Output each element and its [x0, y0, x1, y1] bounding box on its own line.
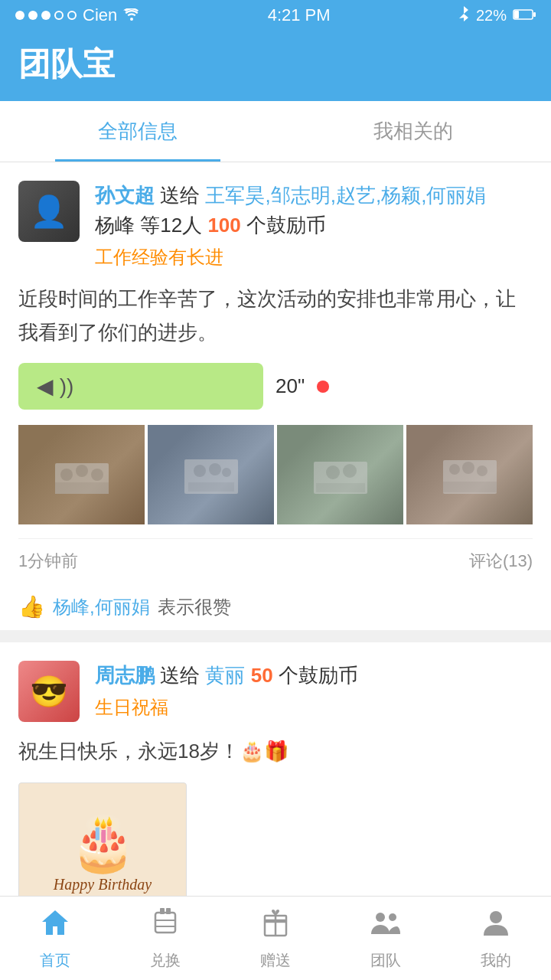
svg-rect-22 — [155, 913, 175, 933]
post-body-1: 近段时间的工作辛苦了，这次活动的安排也非常用心，让我看到了你们的进步。 — [18, 282, 533, 349]
me-icon — [480, 906, 512, 946]
svg-point-5 — [76, 465, 88, 477]
svg-rect-1 — [514, 11, 519, 18]
nav-team[interactable]: 团队 — [331, 897, 441, 980]
audio-wave-icon: ◀ )) — [37, 374, 73, 399]
photo-grid-1 — [18, 425, 533, 524]
dot4 — [54, 11, 64, 20]
status-time: 4:21 PM — [268, 5, 331, 25]
svg-point-19 — [462, 462, 474, 474]
nav-home[interactable]: 首页 — [0, 897, 110, 980]
nav-home-label: 首页 — [40, 950, 70, 971]
dot2 — [28, 11, 37, 20]
home-icon — [39, 906, 71, 946]
post-meta-1: 孙文超 送给 王军昊,邹志明,赵艺,杨颖,何丽娟 杨峰 等12人 100 个鼓励… — [95, 181, 533, 270]
status-bar: Cien 4:21 PM 22% — [0, 0, 551, 31]
svg-rect-24 — [166, 908, 171, 914]
action-text-2: 送给 — [160, 664, 205, 687]
post-tag-2: 生日祝福 — [95, 695, 533, 720]
photo-3[interactable] — [277, 425, 403, 524]
post-likes-1: 👍 杨峰,何丽娟 表示很赞 — [18, 583, 533, 630]
nav-gift[interactable]: 赠送 — [220, 897, 331, 980]
post-card-1: 孙文超 送给 王军昊,邹志明,赵艺,杨颖,何丽娟 杨峰 等12人 100 个鼓励… — [0, 162, 551, 630]
tab-all[interactable]: 全部信息 — [0, 101, 276, 162]
photo-4[interactable] — [406, 425, 533, 524]
comment-count-1[interactable]: 评论(13) — [469, 550, 533, 573]
dot5 — [67, 11, 77, 20]
avatar-1 — [18, 181, 80, 242]
svg-rect-23 — [160, 908, 165, 914]
wifi-icon — [123, 5, 140, 25]
gift-icon — [259, 906, 292, 946]
audio-duration-1: 20" — [276, 374, 305, 398]
sender-name-1: 孙文超 — [95, 184, 155, 207]
like-icon-1: 👍 — [18, 594, 45, 619]
coin-amount-1: 100 — [207, 214, 240, 237]
svg-point-32 — [490, 911, 502, 923]
tab-bar: 全部信息 我相关的 — [0, 101, 551, 162]
like-names-1[interactable]: 杨峰,何丽娟 — [53, 595, 150, 619]
nav-me-label: 我的 — [481, 950, 511, 971]
coin-amount-2: 50 — [251, 664, 273, 687]
post-header-2: 周志鹏 送给 黄丽 50 个鼓励币 生日祝福 — [18, 661, 533, 722]
svg-rect-12 — [188, 482, 234, 492]
sender-line-1: 孙文超 送给 王军昊,邹志明,赵艺,杨颖,何丽娟 杨峰 等12人 100 个鼓励… — [95, 181, 533, 240]
svg-point-15 — [343, 464, 357, 478]
photo-1[interactable] — [18, 425, 145, 524]
svg-point-4 — [60, 469, 73, 481]
post-footer-1: 1分钟前 评论(13) — [18, 538, 533, 583]
svg-point-9 — [194, 465, 206, 477]
dot1 — [15, 11, 24, 20]
svg-point-6 — [91, 469, 103, 481]
exchange-icon — [149, 906, 181, 946]
svg-rect-2 — [533, 12, 536, 17]
nav-exchange-label: 兑换 — [150, 950, 181, 971]
post-meta-2: 周志鹏 送给 黄丽 50 个鼓励币 生日祝福 — [95, 661, 533, 722]
svg-point-20 — [477, 466, 487, 476]
status-right: 22% — [458, 5, 536, 26]
birthday-card-text: Happy Birthday — [54, 876, 152, 893]
svg-point-30 — [376, 913, 385, 922]
sender-name-2: 周志鹏 — [95, 664, 155, 687]
coin-unit-1: 个鼓励币 — [246, 214, 326, 237]
audio-bubble-1[interactable]: ◀ )) — [18, 363, 263, 410]
recipients-1b: 杨峰 等12人 — [95, 214, 207, 237]
app-title: 团队宝 — [18, 43, 533, 86]
nav-team-label: 团队 — [370, 950, 401, 971]
svg-rect-16 — [316, 483, 365, 492]
post-header-1: 孙文超 送给 王军昊,邹志明,赵艺,杨颖,何丽娟 杨峰 等12人 100 个鼓励… — [18, 181, 533, 270]
bluetooth-icon — [458, 5, 470, 26]
svg-point-10 — [209, 463, 221, 475]
recipients-2: 黄丽 — [205, 664, 245, 687]
svg-rect-7 — [55, 482, 109, 494]
sender-line-2: 周志鹏 送给 黄丽 50 个鼓励币 — [95, 661, 533, 691]
recipients-1: 王军昊,邹志明,赵艺,杨颖,何丽娟 — [205, 184, 486, 207]
avatar-2 — [18, 661, 80, 722]
status-left: Cien — [15, 5, 140, 25]
bottom-nav: 首页 兑换 赠送 — [0, 896, 551, 980]
svg-point-14 — [326, 466, 340, 479]
post-body-2: 祝生日快乐，永远18岁！🎂🎁 — [18, 734, 533, 768]
nav-exchange[interactable]: 兑换 — [110, 897, 220, 980]
photo-2[interactable] — [148, 425, 274, 524]
svg-rect-21 — [443, 482, 497, 492]
audio-record-dot — [317, 381, 329, 393]
battery-percent: 22% — [476, 7, 507, 24]
audio-player-1[interactable]: ◀ )) 20" — [18, 363, 533, 410]
action-text-1: 送给 — [160, 184, 205, 207]
time-ago-1: 1分钟前 — [18, 550, 78, 573]
dot3 — [41, 11, 51, 20]
signal-dots — [15, 11, 77, 20]
nav-gift-label: 赠送 — [260, 950, 291, 971]
tab-mine[interactable]: 我相关的 — [276, 101, 551, 162]
feed: 孙文超 送给 王军昊,邹志明,赵艺,杨颖,何丽娟 杨峰 等12人 100 个鼓励… — [0, 162, 551, 980]
svg-point-31 — [389, 913, 396, 921]
cake-emoji: 🎂 — [70, 816, 136, 870]
coin-unit-2: 个鼓励币 — [279, 664, 358, 687]
post-tag-1: 工作经验有长进 — [95, 245, 533, 270]
svg-point-18 — [449, 464, 460, 475]
svg-point-11 — [222, 468, 231, 477]
nav-me[interactable]: 我的 — [441, 897, 551, 980]
like-text-1: 表示很赞 — [158, 595, 231, 619]
carrier-name: Cien — [83, 5, 117, 25]
